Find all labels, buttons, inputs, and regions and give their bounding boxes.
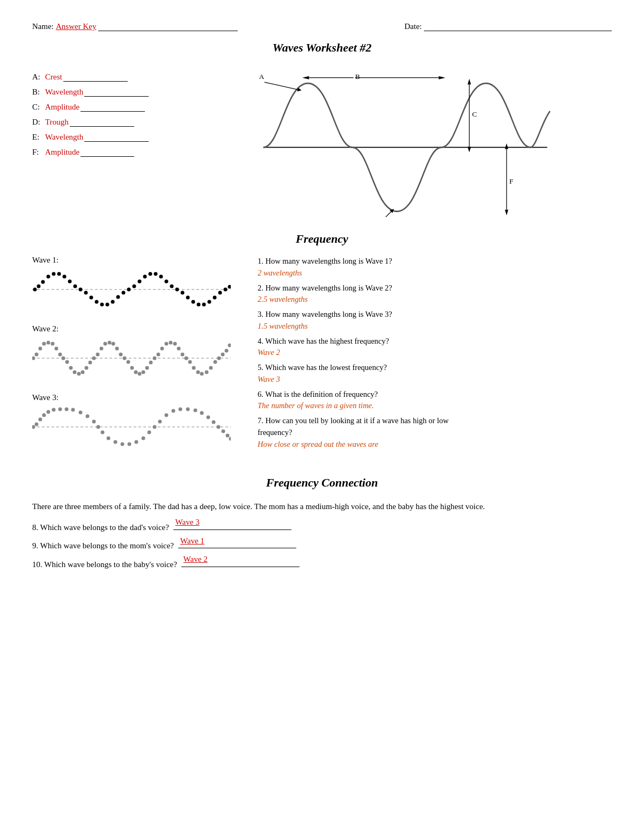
label-a-letter: A: [32, 72, 44, 82]
svg-point-147 [222, 430, 225, 433]
svg-point-63 [35, 353, 39, 357]
svg-point-79 [96, 353, 100, 357]
svg-point-103 [188, 360, 192, 364]
date-label: Date: [405, 22, 422, 31]
svg-point-57 [213, 296, 217, 300]
label-d-underline [70, 117, 134, 127]
svg-point-117 [39, 418, 42, 422]
svg-point-41 [127, 288, 131, 292]
svg-point-82 [108, 341, 112, 345]
svg-point-56 [208, 300, 211, 304]
q3-answer: 1.5 wavelengths [258, 322, 308, 330]
svg-point-131 [121, 443, 125, 446]
svg-marker-21 [505, 210, 508, 215]
svg-point-120 [52, 408, 56, 412]
wave2-label: Wave 2: [32, 324, 247, 333]
svg-point-149 [229, 437, 231, 441]
q6-answer: The number of waves in a given time. [258, 401, 374, 410]
svg-point-134 [142, 437, 145, 440]
svg-point-33 [84, 291, 88, 295]
svg-point-34 [90, 296, 93, 300]
label-d-letter: D: [32, 118, 44, 127]
svg-point-98 [169, 341, 173, 345]
q6-num: 6. What is the definition of frequency? [258, 390, 378, 398]
svg-point-135 [148, 431, 151, 434]
question-2: 2. How many wavelengths long is Wave 2? … [258, 282, 612, 306]
svg-point-95 [157, 353, 160, 357]
svg-point-81 [104, 342, 107, 346]
fc-q9-num: 9. Which wave belongs to the mom's voice… [32, 541, 174, 550]
label-row-c: C: Amplitude [32, 102, 182, 112]
question-4: 4. Which wave has the highest frequency?… [258, 336, 612, 359]
date-underline [424, 21, 612, 31]
svg-point-91 [142, 371, 145, 374]
fc-q8-num: 8. Which wave belongs to the dad's voice… [32, 523, 169, 532]
svg-point-110 [217, 357, 221, 360]
wave-diagram-svg: A B C D E F [193, 67, 612, 217]
svg-point-35 [95, 300, 99, 304]
fc-question-9: 9. Which wave belongs to the mom's voice… [32, 539, 612, 553]
svg-point-43 [138, 280, 142, 284]
svg-point-30 [68, 280, 72, 284]
svg-point-107 [205, 371, 209, 374]
svg-point-74 [77, 372, 81, 376]
q5-num: 5. Which wave has the lowest frequency? [258, 363, 387, 372]
label-b-letter: B: [32, 88, 44, 97]
svg-point-129 [107, 437, 111, 440]
svg-point-78 [92, 357, 96, 360]
svg-point-118 [42, 414, 46, 417]
svg-point-133 [135, 440, 138, 444]
svg-point-62 [32, 357, 35, 360]
svg-point-99 [173, 342, 177, 346]
waves-column: Wave 1: [32, 256, 247, 462]
svg-point-46 [154, 272, 158, 276]
svg-point-148 [226, 434, 230, 438]
date-section: Date: [405, 21, 612, 31]
svg-point-86 [123, 357, 127, 360]
svg-line-13 [385, 211, 393, 217]
svg-point-94 [153, 357, 157, 360]
question-5: 5. Which wave has the lowest frequency? … [258, 362, 612, 386]
svg-point-90 [138, 372, 142, 376]
q5-answer: Wave 3 [258, 375, 280, 383]
svg-point-116 [35, 423, 39, 426]
svg-point-73 [73, 371, 77, 374]
svg-point-71 [65, 360, 69, 364]
svg-point-37 [106, 303, 109, 307]
svg-line-2 [265, 82, 299, 90]
label-row-d: D: Trough [32, 117, 182, 127]
svg-point-25 [41, 280, 45, 284]
svg-point-69 [58, 353, 62, 357]
svg-point-53 [192, 300, 195, 304]
fc-q9-answer: Wave 1 [180, 534, 204, 548]
question-6: 6. What is the definition of frequency? … [258, 389, 612, 412]
svg-point-36 [100, 303, 104, 307]
svg-point-111 [221, 353, 225, 357]
svg-point-59 [224, 288, 228, 292]
label-e-answer: Wavelength [45, 133, 83, 142]
svg-point-92 [145, 366, 149, 370]
svg-point-83 [112, 342, 115, 346]
question-3: 3. How many wavelengths long is Wave 3? … [258, 309, 612, 332]
svg-point-137 [158, 420, 162, 424]
svg-point-85 [119, 353, 123, 357]
svg-point-125 [86, 415, 90, 418]
q7-answer: How close or spread out the waves are [258, 440, 378, 448]
svg-point-45 [149, 272, 152, 276]
wave2-svg [32, 336, 231, 381]
svg-point-146 [217, 425, 221, 429]
svg-point-65 [42, 342, 46, 346]
svg-marker-20 [505, 143, 508, 149]
label-d-answer: Trough [45, 118, 69, 127]
svg-point-136 [153, 425, 157, 429]
svg-point-68 [55, 347, 58, 351]
svg-point-24 [37, 285, 41, 288]
freq-connection-title: Frequency Connection [32, 473, 612, 492]
svg-point-106 [200, 372, 204, 376]
svg-point-138 [165, 414, 169, 417]
name-underline [98, 21, 238, 31]
wave-diagram: A B C D E F [193, 67, 612, 217]
svg-point-105 [196, 371, 200, 374]
page-title: Waves Worksheet #2 [32, 41, 612, 55]
fc-q9-answer-line: Wave 1 [178, 539, 296, 548]
